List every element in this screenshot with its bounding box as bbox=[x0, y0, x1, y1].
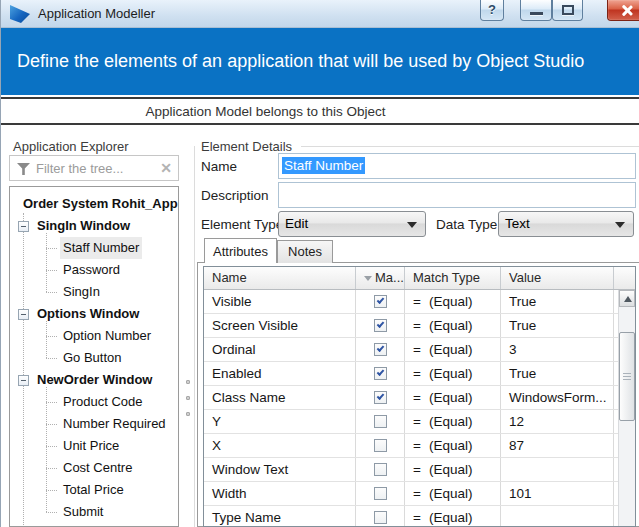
attribute-name-cell[interactable]: X bbox=[204, 434, 356, 457]
attribute-name-cell[interactable]: Ordinal bbox=[204, 338, 356, 361]
tree-item-staff-number[interactable]: Staff Number bbox=[10, 237, 178, 259]
attribute-row-type-name[interactable]: Type Name=(Equal) bbox=[204, 506, 635, 527]
filter-tree-input[interactable]: Filter the tree... ✕ bbox=[9, 155, 179, 181]
match-checkbox[interactable] bbox=[374, 487, 387, 500]
tree-item-label[interactable]: Option Number bbox=[60, 325, 154, 347]
tree-item-label[interactable]: SingIn bbox=[60, 281, 103, 303]
attribute-row-window-text[interactable]: Window Text=(Equal) bbox=[204, 458, 635, 482]
match-type-cell[interactable]: =(Equal) bbox=[405, 314, 501, 337]
tab-attributes[interactable]: Attributes bbox=[204, 238, 277, 263]
attribute-row-x[interactable]: X=(Equal)87 bbox=[204, 434, 635, 458]
attribute-value-cell[interactable]: True bbox=[501, 314, 614, 337]
tree-item-order-system-rohit-app[interactable]: Order System Rohit_App bbox=[10, 193, 178, 215]
attribute-name-cell[interactable]: Y bbox=[204, 410, 356, 433]
column-header-value[interactable]: Value bbox=[501, 267, 614, 289]
match-checkbox[interactable] bbox=[374, 391, 387, 404]
tree-item-order-confirmation-window[interactable]: Order Confirmation Window bbox=[10, 523, 178, 527]
match-checkbox[interactable] bbox=[374, 295, 387, 308]
match-checkbox[interactable] bbox=[374, 319, 387, 332]
attribute-name-cell[interactable]: Screen Visible bbox=[204, 314, 356, 337]
data-type-select[interactable]: Text bbox=[498, 211, 634, 237]
match-type-cell[interactable]: =(Equal) bbox=[405, 338, 501, 361]
match-checkbox[interactable] bbox=[374, 463, 387, 476]
attribute-value-cell[interactable]: 87 bbox=[501, 434, 614, 457]
tree-item-singin[interactable]: SingIn bbox=[10, 281, 178, 303]
match-type-cell[interactable]: =(Equal) bbox=[405, 362, 501, 385]
column-header-name[interactable]: Name bbox=[204, 267, 356, 289]
attribute-value-cell[interactable]: 3 bbox=[501, 338, 614, 361]
attribute-name-cell[interactable]: Class Name bbox=[204, 386, 356, 409]
tree-item-singin-window[interactable]: SingIn Window bbox=[10, 215, 178, 237]
tree-item-product-code[interactable]: Product Code bbox=[10, 391, 178, 413]
scrollbar-thumb[interactable] bbox=[619, 332, 635, 421]
match-checkbox[interactable] bbox=[374, 367, 387, 380]
attribute-row-width[interactable]: Width=(Equal)101 bbox=[204, 482, 635, 506]
match-checkbox[interactable] bbox=[374, 439, 387, 452]
tree-item-label[interactable]: Product Code bbox=[60, 391, 146, 413]
attribute-value-cell[interactable]: 12 bbox=[501, 410, 614, 433]
tree-item-cost-centre[interactable]: Cost Centre bbox=[10, 457, 178, 479]
maximize-button[interactable] bbox=[552, 0, 583, 21]
attribute-name-cell[interactable]: Enabled bbox=[204, 362, 356, 385]
tree-item-label[interactable]: Unit Price bbox=[60, 435, 122, 457]
match-checkbox[interactable] bbox=[374, 511, 387, 524]
panel-splitter[interactable] bbox=[184, 380, 192, 430]
match-type-cell[interactable]: =(Equal) bbox=[405, 482, 501, 505]
tree-item-unit-price[interactable]: Unit Price bbox=[10, 435, 178, 457]
attribute-value-cell[interactable] bbox=[501, 458, 614, 481]
tree-item-password[interactable]: Password bbox=[10, 259, 178, 281]
table-scrollbar[interactable] bbox=[618, 290, 635, 526]
column-header-match-type[interactable]: Match Type bbox=[405, 267, 501, 289]
match-checkbox[interactable] bbox=[374, 415, 387, 428]
attribute-name-cell[interactable]: Visible bbox=[204, 290, 356, 313]
tree-item-options-window[interactable]: Options Window bbox=[10, 303, 178, 325]
tree-item-label[interactable]: Total Price bbox=[60, 479, 127, 501]
collapse-icon[interactable] bbox=[18, 309, 29, 320]
tree-item-option-number[interactable]: Option Number bbox=[10, 325, 178, 347]
tree-item-label[interactable]: Staff Number bbox=[60, 237, 142, 259]
match-checkbox[interactable] bbox=[374, 343, 387, 356]
attribute-name-cell[interactable]: Type Name bbox=[204, 506, 356, 527]
tree-item-label[interactable]: Go Button bbox=[60, 347, 125, 369]
attribute-row-screen-visible[interactable]: Screen Visible=(Equal)True bbox=[204, 314, 635, 338]
tree-item-label[interactable]: Number Required bbox=[60, 413, 169, 435]
tree-item-label[interactable]: NewOrder Window bbox=[34, 369, 155, 391]
tree-item-label[interactable]: Cost Centre bbox=[60, 457, 135, 479]
match-type-cell[interactable]: =(Equal) bbox=[405, 290, 501, 313]
tree-item-label[interactable]: Order System Rohit_App bbox=[20, 193, 179, 215]
close-button[interactable] bbox=[607, 0, 639, 21]
attribute-value-cell[interactable] bbox=[501, 506, 614, 527]
scroll-up-button[interactable] bbox=[619, 290, 635, 307]
attribute-row-class-name[interactable]: Class Name=(Equal)WindowsForm... bbox=[204, 386, 635, 410]
match-type-cell[interactable]: =(Equal) bbox=[405, 506, 501, 527]
tree-item-neworder-window[interactable]: NewOrder Window bbox=[10, 369, 178, 391]
tree-item-label[interactable]: Password bbox=[60, 259, 123, 281]
match-type-cell[interactable]: =(Equal) bbox=[405, 458, 501, 481]
clear-filter-icon[interactable]: ✕ bbox=[160, 160, 172, 176]
tree-item-go-button[interactable]: Go Button bbox=[10, 347, 178, 369]
column-header-match[interactable]: Ma... bbox=[356, 267, 405, 289]
tree-item-label[interactable]: Options Window bbox=[34, 303, 142, 325]
name-input[interactable]: Staff Number bbox=[278, 153, 636, 179]
tree-item-label[interactable]: Submit bbox=[60, 501, 106, 523]
attribute-value-cell[interactable]: 101 bbox=[501, 482, 614, 505]
minimize-button[interactable] bbox=[520, 0, 552, 21]
tree-item-submit[interactable]: Submit bbox=[10, 501, 178, 523]
tree-item-number-required[interactable]: Number Required bbox=[10, 413, 178, 435]
match-type-cell[interactable]: =(Equal) bbox=[405, 410, 501, 433]
attribute-row-visible[interactable]: Visible=(Equal)True bbox=[204, 290, 635, 314]
attribute-row-y[interactable]: Y=(Equal)12 bbox=[204, 410, 635, 434]
attribute-row-ordinal[interactable]: Ordinal=(Equal)3 bbox=[204, 338, 635, 362]
attribute-name-cell[interactable]: Width bbox=[204, 482, 356, 505]
attribute-name-cell[interactable]: Window Text bbox=[204, 458, 356, 481]
collapse-icon[interactable] bbox=[18, 221, 29, 232]
description-input[interactable] bbox=[278, 182, 636, 208]
collapse-icon[interactable] bbox=[18, 375, 29, 386]
match-type-cell[interactable]: =(Equal) bbox=[405, 434, 501, 457]
attribute-value-cell[interactable]: WindowsForm... bbox=[501, 386, 614, 409]
element-type-select[interactable]: Edit bbox=[278, 211, 426, 237]
tree-item-label[interactable]: Order Confirmation Window bbox=[34, 523, 179, 527]
help-button[interactable]: ? bbox=[480, 0, 504, 21]
tree-item-total-price[interactable]: Total Price bbox=[10, 479, 178, 501]
match-type-cell[interactable]: =(Equal) bbox=[405, 386, 501, 409]
